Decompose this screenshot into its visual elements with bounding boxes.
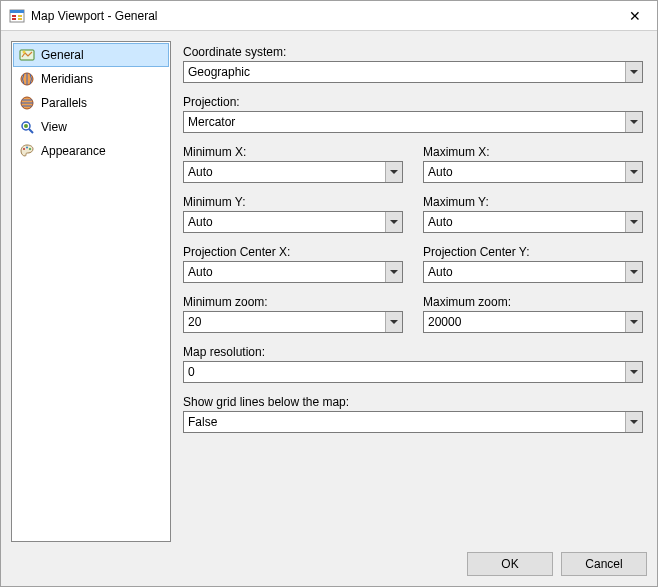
chevron-down-icon xyxy=(630,420,638,424)
label-projection: Projection: xyxy=(183,95,643,109)
general-icon xyxy=(19,47,35,63)
chevron-down-icon xyxy=(390,320,398,324)
view-icon xyxy=(19,119,35,135)
combo-maximum-y[interactable] xyxy=(423,211,643,233)
svg-point-14 xyxy=(26,147,28,149)
input-projection-center-y[interactable] xyxy=(424,262,625,282)
combo-projection-center-y[interactable] xyxy=(423,261,643,283)
titlebar: Map Viewport - General ✕ xyxy=(1,1,657,31)
label-coordinate-system: Coordinate system: xyxy=(183,45,643,59)
label-projection-center-x: Projection Center X: xyxy=(183,245,403,259)
combo-projection-center-x[interactable] xyxy=(183,261,403,283)
label-maximum-y: Maximum Y: xyxy=(423,195,643,209)
label-minimum-y: Minimum Y: xyxy=(183,195,403,209)
dropdown-button[interactable] xyxy=(625,112,642,132)
combo-minimum-x[interactable] xyxy=(183,161,403,183)
svg-rect-2 xyxy=(12,15,16,17)
chevron-down-icon xyxy=(630,70,638,74)
input-maximum-zoom[interactable] xyxy=(424,312,625,332)
svg-rect-1 xyxy=(10,10,24,13)
dropdown-button[interactable] xyxy=(625,362,642,382)
meridians-icon xyxy=(19,71,35,87)
label-maximum-zoom: Maximum zoom: xyxy=(423,295,643,309)
dropdown-button[interactable] xyxy=(625,312,642,332)
dialog-footer: OK Cancel xyxy=(1,542,657,586)
input-show-grid-lines[interactable] xyxy=(184,412,625,432)
label-projection-center-y: Projection Center Y: xyxy=(423,245,643,259)
svg-rect-4 xyxy=(18,15,22,17)
input-minimum-y[interactable] xyxy=(184,212,385,232)
label-minimum-x: Minimum X: xyxy=(183,145,403,159)
dropdown-button[interactable] xyxy=(385,212,402,232)
combo-minimum-y[interactable] xyxy=(183,211,403,233)
svg-point-7 xyxy=(23,51,26,54)
chevron-down-icon xyxy=(390,270,398,274)
dropdown-button[interactable] xyxy=(625,162,642,182)
sidebar-item-label: Appearance xyxy=(41,144,106,158)
input-maximum-y[interactable] xyxy=(424,212,625,232)
chevron-down-icon xyxy=(390,220,398,224)
sidebar-item-label: Meridians xyxy=(41,72,93,86)
label-map-resolution: Map resolution: xyxy=(183,345,643,359)
input-projection[interactable] xyxy=(184,112,625,132)
dropdown-button[interactable] xyxy=(625,62,642,82)
dropdown-button[interactable] xyxy=(385,162,402,182)
svg-point-13 xyxy=(23,148,25,150)
label-minimum-zoom: Minimum zoom: xyxy=(183,295,403,309)
svg-point-12 xyxy=(24,124,28,128)
combo-minimum-zoom[interactable] xyxy=(183,311,403,333)
chevron-down-icon xyxy=(390,170,398,174)
input-maximum-x[interactable] xyxy=(424,162,625,182)
chevron-down-icon xyxy=(630,170,638,174)
chevron-down-icon xyxy=(630,270,638,274)
input-map-resolution[interactable] xyxy=(184,362,625,382)
input-minimum-zoom[interactable] xyxy=(184,312,385,332)
combo-map-resolution[interactable] xyxy=(183,361,643,383)
svg-line-11 xyxy=(29,129,33,133)
dialog-body: General Meridians Parallels View xyxy=(1,31,657,542)
combo-maximum-zoom[interactable] xyxy=(423,311,643,333)
form-panel: Coordinate system: Projection: Minimum X… xyxy=(179,41,647,542)
dialog-window: Map Viewport - General ✕ General Meridia… xyxy=(0,0,658,587)
svg-rect-5 xyxy=(18,18,22,20)
combo-maximum-x[interactable] xyxy=(423,161,643,183)
chevron-down-icon xyxy=(630,220,638,224)
sidebar: General Meridians Parallels View xyxy=(11,41,171,542)
combo-show-grid-lines[interactable] xyxy=(183,411,643,433)
chevron-down-icon xyxy=(630,370,638,374)
close-icon: ✕ xyxy=(629,9,641,23)
dropdown-button[interactable] xyxy=(625,412,642,432)
sidebar-item-label: View xyxy=(41,120,67,134)
close-button[interactable]: ✕ xyxy=(612,1,657,30)
sidebar-item-meridians[interactable]: Meridians xyxy=(13,67,169,91)
ok-button[interactable]: OK xyxy=(467,552,553,576)
label-show-grid-lines: Show grid lines below the map: xyxy=(183,395,643,409)
label-maximum-x: Maximum X: xyxy=(423,145,643,159)
input-coordinate-system[interactable] xyxy=(184,62,625,82)
input-projection-center-x[interactable] xyxy=(184,262,385,282)
combo-coordinate-system[interactable] xyxy=(183,61,643,83)
svg-rect-3 xyxy=(12,18,16,20)
dropdown-button[interactable] xyxy=(625,262,642,282)
sidebar-item-view[interactable]: View xyxy=(13,115,169,139)
app-icon xyxy=(9,8,25,24)
svg-point-15 xyxy=(29,148,31,150)
chevron-down-icon xyxy=(630,320,638,324)
dropdown-button[interactable] xyxy=(385,312,402,332)
sidebar-item-label: Parallels xyxy=(41,96,87,110)
dropdown-button[interactable] xyxy=(625,212,642,232)
input-minimum-x[interactable] xyxy=(184,162,385,182)
sidebar-item-appearance[interactable]: Appearance xyxy=(13,139,169,163)
sidebar-item-general[interactable]: General xyxy=(13,43,169,67)
combo-projection[interactable] xyxy=(183,111,643,133)
dropdown-button[interactable] xyxy=(385,262,402,282)
sidebar-item-label: General xyxy=(41,48,84,62)
cancel-button[interactable]: Cancel xyxy=(561,552,647,576)
appearance-icon xyxy=(19,143,35,159)
sidebar-item-parallels[interactable]: Parallels xyxy=(13,91,169,115)
parallels-icon xyxy=(19,95,35,111)
chevron-down-icon xyxy=(630,120,638,124)
window-title: Map Viewport - General xyxy=(31,9,612,23)
